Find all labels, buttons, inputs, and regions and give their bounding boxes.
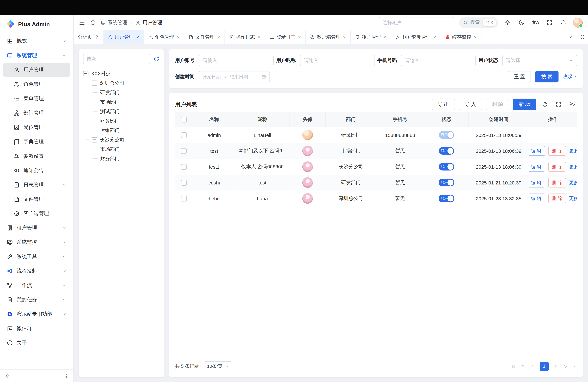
tab-tenant-management[interactable]: 租户管理 <box>351 30 391 44</box>
sidebar-item-overview[interactable]: 概览 <box>3 34 70 48</box>
table-refresh-icon[interactable] <box>540 99 550 109</box>
phone-input[interactable] <box>401 55 476 66</box>
tab-login-log[interactable]: 登录日志 <box>265 30 306 44</box>
status-toggle[interactable]: 启用 <box>439 179 454 186</box>
collapse-toggle-icon[interactable] <box>92 137 97 142</box>
edit-button[interactable]: 编 辑 <box>529 178 545 187</box>
sidebar-group-demo-features[interactable]: 演示站专用功能 <box>3 307 70 321</box>
user-avatar[interactable] <box>573 18 583 27</box>
delete-row-button[interactable]: 删 除 <box>548 146 566 156</box>
more-link[interactable]: 更多 <box>569 179 577 186</box>
table-row[interactable]: ceshi test 研发部门 暂无 启用 2025-01-21 10:20:3… <box>175 175 577 191</box>
close-icon[interactable] <box>217 35 220 39</box>
sidebar-group-my-tasks[interactable]: 我的任务 <box>3 293 70 307</box>
column-settings-gear-icon[interactable] <box>567 99 577 109</box>
more-link[interactable]: 更多 <box>569 148 577 154</box>
collapse-toggle-icon[interactable] <box>92 80 97 85</box>
content-fullscreen-icon[interactable] <box>576 30 588 44</box>
sidebar-group-system[interactable]: 系统管理 <box>3 48 70 63</box>
tree-leaf[interactable]: 财务部门 <box>98 154 159 163</box>
close-icon[interactable] <box>298 35 301 39</box>
next-page-icon[interactable] <box>554 364 558 369</box>
date-range-picker[interactable]: 开始日期 结束日期 <box>199 71 270 82</box>
sidebar-item-dict-management[interactable]: 字典管理 <box>3 135 70 149</box>
tab-client-management[interactable]: 客户端管理 <box>306 30 351 44</box>
first-page-icon[interactable] <box>511 364 516 369</box>
row-checkbox[interactable] <box>181 148 187 154</box>
tab-list-dropdown-icon[interactable] <box>564 30 576 44</box>
tree-leaf[interactable]: 市场部门 <box>98 97 159 107</box>
prev-group-icon[interactable] <box>521 364 525 369</box>
tree-refresh-icon[interactable] <box>153 56 159 62</box>
tab-user-management[interactable]: 用户管理 <box>103 30 144 44</box>
close-icon[interactable] <box>433 35 436 39</box>
notifications-bell-icon[interactable] <box>559 18 568 27</box>
delete-row-button[interactable]: 删 除 <box>548 162 566 171</box>
tree-leaf[interactable]: 运维部门 <box>98 126 159 135</box>
collapse-toggle-icon[interactable] <box>83 71 88 76</box>
pin-icon[interactable] <box>94 35 99 39</box>
sidebar-item-dept-management[interactable]: 部门管理 <box>3 106 70 120</box>
more-link[interactable]: 更多 <box>569 164 577 170</box>
add-button[interactable]: 新 增 <box>513 99 536 110</box>
tree-node-branch[interactable]: 长沙分公司 <box>90 135 159 145</box>
tab-tenant-package-management[interactable]: 租户套餐管理 <box>391 30 441 44</box>
sidebar-item-notice[interactable]: 通知公告 <box>3 163 70 177</box>
delete-row-button[interactable]: 删 除 <box>548 194 566 203</box>
close-icon[interactable] <box>474 35 477 39</box>
page-size-select[interactable]: 10条/页 <box>204 361 232 371</box>
app-logo[interactable]: Plus Admin <box>0 15 73 33</box>
tab-cache-monitor[interactable]: 缓存监控 <box>441 30 482 44</box>
sidebar-item-param-settings[interactable]: 参数设置 <box>3 149 70 163</box>
row-checkbox[interactable] <box>181 132 187 138</box>
tab-operation-log[interactable]: 操作日志 <box>225 30 265 44</box>
settings-gear-icon[interactable] <box>503 18 512 27</box>
sidebar-item-role-management[interactable]: 角色管理 <box>3 77 70 91</box>
delete-row-button[interactable]: 删 除 <box>548 178 566 187</box>
search-button[interactable]: 搜 索 <box>535 71 559 82</box>
sidebar-item-user-management[interactable]: 用户管理 <box>3 63 70 77</box>
table-row[interactable]: admin LinaBell 研发部门 15888888888 启用 2025-… <box>175 127 577 143</box>
sidebar-item-post-management[interactable]: 岗位管理 <box>3 120 70 134</box>
language-switch-icon[interactable]: 文A <box>531 18 540 27</box>
next-group-icon[interactable] <box>563 364 567 369</box>
sidebar-group-process-start[interactable]: 流程发起 <box>3 264 70 278</box>
tab-role-management[interactable]: 角色管理 <box>144 30 184 44</box>
sidebar-group-workflow[interactable]: 工作流 <box>3 278 70 292</box>
delete-button[interactable]: 删 除 <box>486 99 509 110</box>
account-input[interactable] <box>199 55 273 66</box>
status-toggle[interactable]: 启用 <box>439 195 454 202</box>
status-toggle[interactable]: 启用 <box>439 131 454 139</box>
import-button[interactable]: 导 入 <box>459 99 482 110</box>
nickname-input[interactable] <box>300 55 375 66</box>
collapse-filters-link[interactable]: 收起 <box>563 73 577 80</box>
tree-leaf[interactable]: 测试部门 <box>98 106 159 116</box>
status-toggle[interactable]: 启用 <box>439 147 454 155</box>
refresh-icon[interactable] <box>90 20 96 25</box>
close-icon[interactable] <box>136 35 139 39</box>
export-button[interactable]: 导 出 <box>432 99 455 110</box>
sidebar-group-tenant-management[interactable]: 租户管理 <box>3 221 70 235</box>
collapse-sidebar-icon[interactable] <box>5 373 11 379</box>
dark-mode-moon-icon[interactable] <box>517 18 526 27</box>
sidebar-item-file-management[interactable]: 文件管理 <box>3 192 70 206</box>
table-row[interactable]: test1 仅本人 密码666666 长沙分公司 暂无 启用 2025-01-1… <box>175 159 577 175</box>
tree-search-input[interactable] <box>83 54 150 64</box>
close-icon[interactable] <box>257 35 260 39</box>
tree-leaf[interactable]: 财务部门 <box>98 116 159 126</box>
edit-button[interactable]: 编 辑 <box>529 162 545 171</box>
prev-page-icon[interactable] <box>530 364 535 369</box>
global-search-button[interactable]: 搜索 ⌘ K <box>459 17 498 28</box>
select-all-checkbox[interactable] <box>181 117 187 122</box>
table-fullscreen-icon[interactable] <box>554 99 563 109</box>
table-row[interactable]: test 本部门及以下 密码6... 市场部门 暂无 启用 2025-01-13… <box>175 143 577 159</box>
close-icon[interactable] <box>176 35 180 39</box>
sidebar-group-system-monitor[interactable]: 系统监控 <box>3 235 70 249</box>
edit-button[interactable]: 编 辑 <box>529 146 545 156</box>
status-select[interactable]: 请选择 <box>502 55 577 66</box>
sidebar-group-system-tools[interactable]: 系统工具 <box>3 250 70 264</box>
hamburger-icon[interactable] <box>79 20 85 25</box>
row-checkbox[interactable] <box>181 196 187 201</box>
tree-node-branch[interactable]: 深圳总公司 <box>90 78 159 88</box>
reset-button[interactable]: 重 置 <box>508 71 531 82</box>
